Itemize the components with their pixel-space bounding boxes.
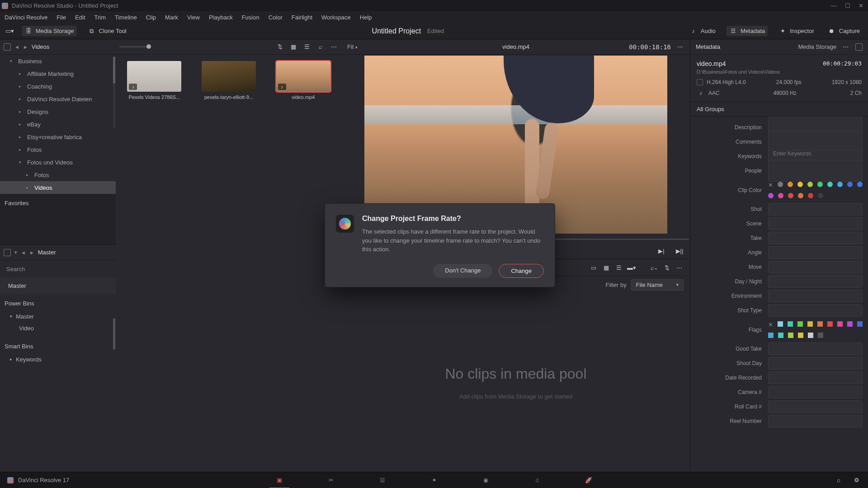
clear-color-icon[interactable]: ✕ xyxy=(768,321,773,328)
menu-help[interactable]: Help xyxy=(360,14,372,21)
color-swatch[interactable] xyxy=(818,333,823,338)
menu-mark[interactable]: Mark xyxy=(165,14,178,21)
menu-fusion[interactable]: Fusion xyxy=(242,14,259,21)
folder-fotos-und-videos[interactable]: ▾Fotos und Videos xyxy=(0,156,116,169)
color-swatch[interactable] xyxy=(788,182,793,187)
inspector-toggle[interactable]: ✦Inspector xyxy=(776,26,816,36)
menu-davinci[interactable]: DaVinci Resolve xyxy=(5,14,47,21)
color-swatch[interactable] xyxy=(818,193,823,198)
metadata-layout-icon[interactable] xyxy=(855,43,863,51)
clip-thumb[interactable]: ♪video.mp4 xyxy=(271,61,335,100)
folder-ebay[interactable]: ▸eBay xyxy=(0,118,116,131)
pool-gridview-icon[interactable]: ▦ xyxy=(602,264,610,271)
color-swatch[interactable] xyxy=(798,333,803,338)
menu-fairlight[interactable]: Fairlight xyxy=(292,14,312,21)
pool-thumbview-icon[interactable]: ▭ xyxy=(590,264,598,271)
color-swatch[interactable] xyxy=(807,182,813,187)
clip-thumb[interactable]: ♪Pexels Videos 2786S... xyxy=(122,61,187,100)
meta-input-environment[interactable] xyxy=(768,290,863,302)
menu-clip[interactable]: Clip xyxy=(146,14,156,21)
color-swatch[interactable] xyxy=(798,193,803,198)
menu-edit[interactable]: Edit xyxy=(75,14,85,21)
menu-workspace[interactable]: Workspace xyxy=(321,14,351,21)
meta-input-shot[interactable] xyxy=(768,203,863,216)
color-swatch[interactable] xyxy=(847,321,853,327)
thumb-size-slider[interactable] xyxy=(119,46,151,47)
more-icon[interactable]: ⋯ xyxy=(330,44,338,50)
meta-input-goodTake[interactable] xyxy=(768,343,863,355)
folder-designs[interactable]: ▸Designs xyxy=(0,105,116,118)
clone-tool-toggle[interactable]: ⧉ Clone Tool xyxy=(85,26,129,36)
color-swatch[interactable] xyxy=(817,182,823,187)
powerbin-master[interactable]: ▾Master xyxy=(4,310,112,322)
meta-input-cameraNo[interactable] xyxy=(768,386,863,399)
folder-coaching[interactable]: ▸Coaching xyxy=(0,80,116,93)
folder-davinci-resolve-dateien[interactable]: ▸DaVinci Resolve Dateien xyxy=(0,93,116,105)
menu-timeline[interactable]: Timeline xyxy=(115,14,137,21)
pool-more-icon[interactable]: ⋯ xyxy=(675,264,684,271)
metadata-more-icon[interactable]: ⋯ xyxy=(842,44,850,50)
powerbin-video[interactable]: Video xyxy=(4,322,112,334)
close-button[interactable]: ✕ xyxy=(859,2,863,9)
sort-icon[interactable]: ⇅ xyxy=(276,44,284,50)
nav-back[interactable]: ◄ xyxy=(14,44,19,50)
color-swatch[interactable] xyxy=(827,182,833,187)
list-view-icon[interactable]: ☰ xyxy=(303,44,311,50)
color-swatch[interactable] xyxy=(788,321,793,327)
folder-fotos[interactable]: ▸Fotos xyxy=(0,169,116,181)
folder-affiliate-marketing[interactable]: ▸Affiliate Marketing xyxy=(0,67,116,80)
meta-input-take[interactable] xyxy=(768,232,863,244)
color-swatch[interactable] xyxy=(788,193,793,198)
color-swatch[interactable] xyxy=(788,333,793,338)
folder-business[interactable]: ▾Business xyxy=(0,55,116,67)
fit-dropdown[interactable]: Fit ▾ xyxy=(347,43,358,50)
meta-input-rollCard[interactable] xyxy=(768,400,863,413)
folder-etsy-creative-fabrica[interactable]: ▸Etsy+creative fabrica xyxy=(0,131,116,143)
color-swatch[interactable] xyxy=(778,182,783,187)
change-button[interactable]: Change xyxy=(499,264,544,278)
pool-back[interactable]: ◄ xyxy=(21,250,26,255)
page-edit[interactable]: ☱ xyxy=(377,476,388,485)
pool-layout-icon[interactable] xyxy=(4,249,11,256)
dont-change-button[interactable]: Don't Change xyxy=(433,264,492,278)
search-input[interactable]: Search xyxy=(0,260,116,277)
smartbin-keywords[interactable]: ▸Keywords xyxy=(4,353,112,365)
color-swatch[interactable] xyxy=(857,321,863,327)
clip-thumb[interactable]: pexels-taryn-elliott-9... xyxy=(197,61,261,100)
color-swatch[interactable] xyxy=(778,333,783,338)
powerbins-scrollbar-thumb[interactable] xyxy=(113,318,115,350)
pool-search-icon[interactable]: ⌕▾ xyxy=(650,264,658,271)
color-swatch[interactable] xyxy=(778,193,783,198)
pool-strip-icon[interactable]: ▬▾ xyxy=(627,264,636,271)
meta-allgroups[interactable]: All Groups xyxy=(690,102,868,117)
settings-icon[interactable]: ⚙ xyxy=(853,477,861,483)
next-clip-icon[interactable]: ▶| xyxy=(657,248,665,254)
color-swatch[interactable] xyxy=(807,321,813,327)
pool-sort-icon[interactable]: ⇅ xyxy=(663,264,671,271)
meta-input-angle[interactable] xyxy=(768,246,863,259)
menu-file[interactable]: File xyxy=(57,14,66,21)
pool-fwd[interactable]: ► xyxy=(29,250,34,255)
color-swatch[interactable] xyxy=(778,321,783,327)
media-storage-toggle[interactable]: 🗄 Media Storage xyxy=(22,26,77,36)
color-swatch[interactable] xyxy=(837,321,843,327)
grid-view-icon[interactable]: ▦ xyxy=(289,44,297,50)
color-swatch[interactable] xyxy=(837,182,843,187)
clear-color-icon[interactable]: ✕ xyxy=(768,182,773,188)
color-swatch[interactable] xyxy=(827,321,833,327)
page-cut[interactable]: ✂ xyxy=(326,476,336,485)
page-fusion[interactable]: ✦ xyxy=(429,476,439,485)
menu-playback[interactable]: Playback xyxy=(209,14,233,21)
filter-by-select[interactable]: File Name▾ xyxy=(631,279,684,291)
metadata-toggle[interactable]: ☰Metadata xyxy=(726,26,768,36)
search-icon[interactable]: ⌕ xyxy=(316,44,325,50)
capture-toggle[interactable]: ⏺Capture xyxy=(825,26,863,36)
viewer-more-icon[interactable]: ⋯ xyxy=(676,44,684,50)
tree-scrollbar-thumb[interactable] xyxy=(113,56,115,84)
layout-dropdown[interactable]: ▭▾ xyxy=(5,28,14,34)
color-swatch[interactable] xyxy=(768,333,774,338)
menu-color[interactable]: Color xyxy=(269,14,283,21)
meta-input-reel[interactable] xyxy=(768,415,863,427)
meta-input-dayNight[interactable] xyxy=(768,275,863,288)
meta-input-move[interactable] xyxy=(768,261,863,273)
